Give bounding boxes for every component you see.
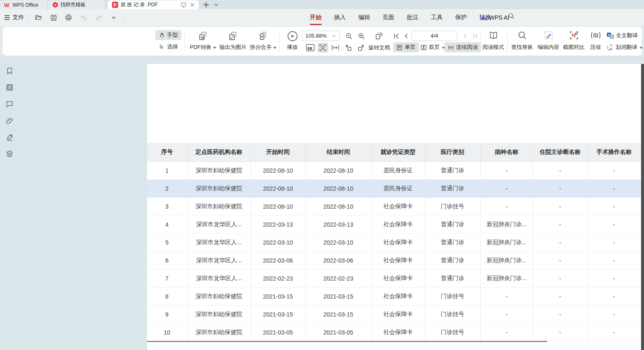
last-page-icon[interactable] <box>470 31 479 41</box>
actual-size-icon[interactable]: 1:1 <box>305 43 316 53</box>
table-cell: 2022-08-10 <box>251 161 305 179</box>
play-button[interactable]: 播放 <box>282 29 302 54</box>
screen-share-icon[interactable] <box>181 3 186 8</box>
bookmark-icon[interactable] <box>5 67 14 75</box>
hand-tool-button[interactable]: 手型 <box>155 30 181 40</box>
export-image-button[interactable]: 输出为图片 <box>218 29 248 54</box>
rotate-left-icon[interactable] <box>343 43 354 53</box>
tab-docer-templates[interactable]: 找稻壳模板 <box>48 0 104 9</box>
continuous-reading-button[interactable]: 连续阅读 <box>444 42 481 52</box>
table-cell: 社会保障卡 <box>371 251 425 269</box>
first-page-icon[interactable] <box>392 31 401 41</box>
menu-item-tools[interactable]: 工具 <box>429 13 444 22</box>
compress-button[interactable]: 压缩 <box>587 29 604 54</box>
page-number-input[interactable]: 4/4 <box>411 31 457 41</box>
attachment-icon[interactable] <box>5 117 14 125</box>
table-cell: 2022-03-10 <box>305 233 371 251</box>
table-row[interactable]: 4深圳市龙华区人...2022-03-132022-03-13社会保障卡普通门诊… <box>147 215 641 233</box>
table-cell: 普通门诊 <box>425 179 480 197</box>
redo-icon[interactable] <box>93 12 104 23</box>
zoom-in-icon[interactable] <box>356 31 366 41</box>
wps-ai-logo-icon <box>480 15 487 20</box>
layers-icon[interactable] <box>5 150 14 158</box>
page-organize-icon[interactable] <box>373 30 385 42</box>
double-page-label: 双页 <box>429 43 440 51</box>
screenshot-compare-label: 截图对比 <box>563 43 585 51</box>
file-menu-button[interactable]: 文件 <box>4 14 24 21</box>
single-page-button[interactable]: 单页 <box>393 42 419 52</box>
fit-width-icon[interactable] <box>330 43 341 53</box>
print-icon[interactable] <box>63 12 74 23</box>
tab-label: WPS Office <box>13 2 38 8</box>
table-cell: - <box>587 161 641 179</box>
table-cell: 2022-02-23 <box>251 269 305 287</box>
table-cell: - <box>587 233 641 251</box>
table-cell: 10 <box>147 323 187 341</box>
menu-item-home[interactable]: 开始 <box>308 13 323 22</box>
table-row[interactable]: 1深圳市妇幼保健院2022-08-102022-08-10居民身份证普通门诊--… <box>147 161 641 179</box>
table-row[interactable]: 8深圳市妇幼保健院2021-03-152021-03-15社会保障卡门诊挂号--… <box>147 287 641 305</box>
zoom-level-select[interactable]: 105.88% <box>302 31 340 41</box>
thumbnails-icon[interactable] <box>5 83 14 92</box>
table-cell: 8 <box>147 287 187 305</box>
table-cell: - <box>480 161 533 179</box>
menu-item-protect[interactable]: 保护 <box>454 13 469 22</box>
pdf-page[interactable]: 序号定点医药机构名称开始时间结束时间就诊凭证类型医疗类别病种名称住院主诊断名称手… <box>147 64 644 350</box>
reading-mode-button[interactable]: 阅读模式 <box>481 29 505 54</box>
wps-ai-button[interactable]: WPS AI <box>480 9 509 26</box>
signature-pen-icon[interactable] <box>5 133 14 141</box>
double-page-button[interactable]: 双页 <box>417 42 449 52</box>
open-folder-icon[interactable] <box>33 12 44 23</box>
menu-item-insert[interactable]: 插入 <box>332 13 347 22</box>
zoom-out-icon[interactable] <box>344 31 354 41</box>
table-row[interactable]: 3深圳市妇幼保健院2022-08-102022-08-10社会保障卡门诊挂号--… <box>147 197 641 215</box>
select-tool-button[interactable]: 选择 <box>155 42 181 52</box>
word-translate-button[interactable]: xA 划词翻译 <box>605 42 644 52</box>
table-cell: 2021-03-15 <box>251 305 305 323</box>
compress-label: 压缩 <box>590 43 601 51</box>
menu-search-icon[interactable] <box>508 13 515 20</box>
wps-ai-label: WPS AI <box>489 14 509 21</box>
edit-content-button[interactable]: 编辑内容 <box>536 29 561 54</box>
table-cell: 2021-03-15 <box>305 287 371 305</box>
comments-icon[interactable] <box>5 100 14 108</box>
table-cell: 新冠肺炎门诊... <box>480 251 533 269</box>
table-cell: 社会保障卡 <box>371 215 425 233</box>
table-cell: - <box>480 197 533 215</box>
table-row[interactable]: 10深圳市妇幼保健院2021-03-052021-03-05社会保障卡门诊挂号-… <box>147 323 641 341</box>
undo-icon[interactable] <box>78 12 89 23</box>
more-actions-chevron-icon[interactable] <box>108 12 119 23</box>
rotate-document-button[interactable]: 旋转文档 <box>368 44 390 51</box>
table-cell: 社会保障卡 <box>371 287 425 305</box>
tab-document-pdf[interactable]: P 就 医 记 录 .PDF <box>108 0 199 9</box>
chevron-down-icon <box>273 47 276 49</box>
menu-item-annotate[interactable]: 批注 <box>405 13 420 22</box>
screenshot-compare-button[interactable]: 截图对比 <box>561 29 586 54</box>
previous-page-icon[interactable] <box>402 31 410 41</box>
book-icon <box>488 31 499 41</box>
new-tab-button[interactable] <box>203 0 209 9</box>
full-text-translate-button[interactable]: A 全文翻译 <box>605 31 639 41</box>
rotate-right-icon[interactable] <box>355 43 366 53</box>
split-merge-button[interactable]: 拆分合并 <box>249 29 277 54</box>
save-icon[interactable] <box>48 12 59 23</box>
table-cell: 深圳市妇幼保健院 <box>187 197 251 215</box>
chevron-down-icon <box>213 47 216 49</box>
table-cell: - <box>533 233 587 251</box>
table-row[interactable]: 6深圳市龙华区人...2022-03-062022-03-06社会保障卡普通门诊… <box>147 251 641 269</box>
table-row[interactable]: 2深圳市妇幼保健院2022-08-102022-08-10居民身份证普通门诊--… <box>147 179 641 197</box>
next-page-icon[interactable] <box>461 31 469 41</box>
table-row[interactable]: 7深圳市龙华区人...2022-02-232022-02-23社会保障卡普通门诊… <box>147 269 641 287</box>
pdf-convert-button[interactable]: W PDF转换 <box>189 29 217 54</box>
table-row[interactable]: 9深圳市妇幼保健院2021-03-152021-03-15社会保障卡门诊挂号--… <box>147 305 641 323</box>
close-tab-icon[interactable] <box>190 3 195 7</box>
menu-item-edit[interactable]: 编辑 <box>357 13 372 22</box>
table-row[interactable]: 5深圳市龙华区人...2022-03-102022-03-10社会保障卡普通门诊… <box>147 233 641 251</box>
find-replace-button[interactable]: 查找替换 <box>510 29 535 54</box>
tab-list-chevron-icon[interactable] <box>214 0 218 9</box>
fit-page-icon[interactable] <box>317 43 328 53</box>
menu-item-page[interactable]: 页面 <box>381 13 396 22</box>
tab-wps-home[interactable]: W WPS Office <box>0 0 47 9</box>
word-translate-icon: xA <box>606 44 614 51</box>
table-cell: - <box>587 323 641 341</box>
